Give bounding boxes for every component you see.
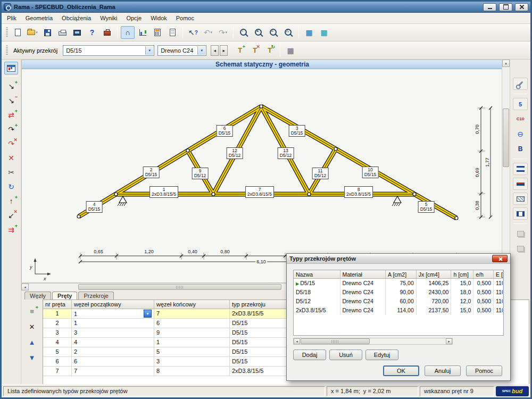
supports-symbol-icon[interactable]: B	[513, 143, 528, 155]
table-cell[interactable]: 0,500	[473, 297, 494, 306]
menu-pomoc[interactable]: Pomoc	[176, 15, 194, 21]
member-label[interactable]: 82xD3.8/15/5	[344, 186, 373, 198]
tab-przekroje[interactable]: Przekroje	[78, 292, 113, 300]
tool-delete-node-icon[interactable]: ↘−	[4, 94, 19, 107]
table-cell[interactable]: ▶D5/15	[294, 279, 340, 288]
scroll-up-icon[interactable]: ▴	[502, 60, 510, 67]
calculator-icon[interactable]	[151, 26, 164, 39]
undo-icon[interactable]: ↶▾	[201, 26, 215, 39]
toolbar-grip[interactable]	[6, 45, 8, 56]
close-button[interactable]	[515, 3, 528, 11]
beam-ends-icon[interactable]	[513, 207, 528, 220]
active-section-combobox[interactable]: D5/15 ▾	[63, 45, 154, 56]
edit-button[interactable]: Edytuj	[365, 350, 398, 360]
truss-canvas[interactable]: 6D5/153D5/1512D5/1213D5/122D5/159D5/1211…	[22, 69, 503, 282]
row-number-cell[interactable]: 3	[43, 328, 72, 338]
table-cell[interactable]: 110	[494, 288, 503, 297]
tool-add-curve-icon[interactable]: ↷+	[4, 122, 19, 136]
beam-axis-icon[interactable]	[513, 178, 528, 190]
tool-add-bar-icon[interactable]: ⇄+	[4, 108, 19, 121]
redo-icon[interactable]: ↷▾	[216, 26, 230, 39]
tool-rotate-bar-icon[interactable]: ↻	[4, 180, 19, 193]
node-numbers-icon[interactable]: 5	[513, 98, 528, 110]
tab-prety[interactable]: Pręty	[52, 292, 78, 300]
table-cell[interactable]: 18,0	[451, 288, 473, 297]
tab-wezly[interactable]: Węzły	[24, 292, 51, 300]
table-cell[interactable]: 3	[72, 328, 154, 338]
section-types-dialog[interactable]: Typy przekrojów prętów NazwaMateriałA [c…	[286, 253, 511, 381]
column-header[interactable]: węzeł końcowy	[154, 300, 230, 309]
dialog-close-icon[interactable]	[492, 255, 508, 262]
table-cell[interactable]: 1	[154, 338, 230, 347]
table-cell[interactable]: 0,500	[473, 288, 494, 297]
table-cell[interactable]: 110	[494, 306, 503, 315]
column-header[interactable]: Nazwa	[294, 270, 340, 279]
member-label[interactable]: 10D5/15	[362, 167, 379, 178]
remove-button[interactable]: Usuń	[329, 350, 362, 360]
zoom-extents-icon[interactable]: ∴	[281, 26, 295, 39]
section-type-row[interactable]: D5/12Drewno C2460,00720,0012,00,500110	[294, 297, 503, 306]
column-header[interactable]: E [M	[494, 270, 503, 279]
move-row-down-icon[interactable]: ▼	[26, 352, 38, 363]
table-cell[interactable]: Drewno C24	[340, 306, 386, 315]
row-number-cell[interactable]: 7	[43, 367, 72, 376]
table-cell[interactable]: 2xD3.8/15/5	[294, 306, 340, 315]
scroll-thumb[interactable]	[78, 284, 281, 290]
scroll-right-icon[interactable]: ▸	[446, 338, 452, 344]
next-section-button[interactable]: ▸	[220, 45, 228, 56]
scroll-left-icon[interactable]: ◂	[294, 338, 300, 344]
maximize-button[interactable]	[499, 3, 512, 11]
tool-delete-curve-icon[interactable]: ↷✕	[4, 137, 19, 150]
section-symbol-icon[interactable]: ⊖	[513, 128, 528, 140]
add-button[interactable]: Dodaj	[293, 350, 326, 360]
cancel-button[interactable]: Anuluj	[425, 365, 461, 376]
table-cell[interactable]: 1406,25	[417, 279, 452, 288]
report-icon[interactable]	[165, 26, 179, 39]
table-cell[interactable]: Drewno C24	[340, 297, 386, 306]
row-number-cell[interactable]: 6	[43, 357, 72, 367]
print-preview-icon[interactable]	[70, 26, 84, 39]
column-header[interactable]: A [cm2]	[386, 270, 417, 279]
table-cell[interactable]: 1▾	[72, 309, 154, 319]
member-label[interactable]: 6D5/15	[217, 125, 233, 137]
tool-raise-node-icon[interactable]: ↑+	[4, 194, 19, 207]
context-help-icon[interactable]: ↖?	[186, 26, 200, 39]
column-header[interactable]: Jx [cm4]	[417, 270, 452, 279]
help-button[interactable]: Pomoc	[466, 365, 502, 376]
table-cell[interactable]: 8	[154, 367, 230, 376]
table-cell[interactable]: 15,0	[451, 306, 473, 315]
dialog-title-bar[interactable]: Typy przekrojów prętów	[287, 254, 510, 264]
grid-icon[interactable]: ▦	[302, 26, 316, 39]
column-header[interactable]: nr pręta	[43, 300, 72, 309]
delete-row-icon[interactable]: ✕	[26, 321, 38, 332]
menu-widok[interactable]: Widok	[151, 15, 167, 21]
table-cell[interactable]: 2137,50	[417, 306, 452, 315]
previous-section-button[interactable]: ◂	[211, 45, 219, 56]
table-cell[interactable]: 4	[72, 338, 154, 347]
loads-chart-icon[interactable]	[136, 26, 149, 39]
beam-hatch-icon[interactable]	[513, 193, 528, 205]
toolbox-icon[interactable]	[100, 26, 114, 39]
table-cell[interactable]: 2	[72, 347, 154, 357]
edit-section-type-icon[interactable]: T↻	[263, 44, 277, 57]
member-label[interactable]: 4D5/15	[86, 201, 103, 213]
display-settings-icon[interactable]	[513, 78, 528, 90]
menu-plik[interactable]: Plik	[7, 15, 16, 21]
geometry-mode-icon[interactable]: ∩	[121, 26, 135, 39]
sections-table-icon[interactable]: ▦	[284, 44, 297, 57]
member-label[interactable]: 72xD3.8/15/5	[245, 186, 274, 198]
title-bar[interactable]: Rama - SPECBUD_Obliczenia_Rama	[2, 2, 530, 13]
column-header[interactable]: h [cm]	[451, 270, 473, 279]
table-cell[interactable]: Drewno C24	[340, 288, 386, 297]
menu-geometria[interactable]: Geometria	[26, 15, 53, 21]
drawing-area[interactable]: Schemat statyczny - geometria 6D5/153D5/…	[21, 60, 503, 283]
table-cell[interactable]: 3	[154, 357, 230, 367]
table-cell[interactable]: 2430,00	[417, 288, 452, 297]
table-cell[interactable]: 114,00	[386, 306, 417, 315]
chevron-down-icon[interactable]: ▾	[197, 46, 205, 55]
table-cell[interactable]: 7	[72, 367, 154, 376]
member-label[interactable]: 5D5/15	[418, 201, 435, 213]
member-label[interactable]: 12xD3.8/15/5	[149, 186, 178, 198]
zoom-out-icon[interactable]: −	[267, 26, 280, 39]
table-cell[interactable]: 720,00	[417, 297, 452, 306]
